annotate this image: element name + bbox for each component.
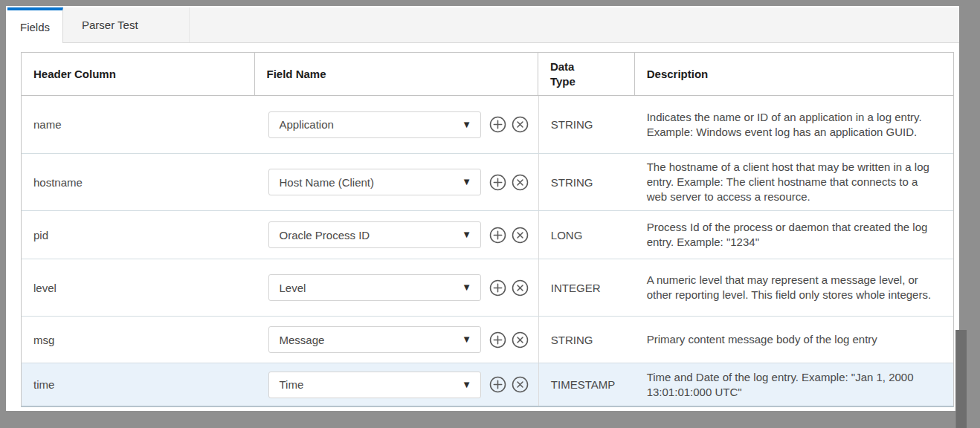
header-column-cell: name	[22, 96, 255, 153]
field-name-header: Field Name	[255, 53, 538, 95]
table-row-pid: pid Oracle Process ID ▼ LONG Process Id …	[22, 210, 953, 259]
caret-down-icon: ▼	[464, 284, 480, 291]
panel-content: Fields Parser Test Header Column Field N…	[6, 6, 959, 411]
field-name-select[interactable]: Oracle Process ID ▼	[268, 221, 481, 248]
add-field-button[interactable]	[489, 173, 507, 192]
x-circle-icon	[511, 279, 529, 297]
header-column-cell: pid	[22, 211, 255, 259]
data-type-cell: STRING	[538, 96, 635, 153]
caret-down-icon: ▼	[464, 121, 480, 129]
field-name-cell: Host Name (Client) ▼	[255, 154, 538, 210]
field-name-cell: Application ▼	[255, 96, 538, 153]
x-circle-icon	[511, 331, 529, 349]
plus-circle-icon	[489, 375, 507, 394]
description-cell: Indicates the name or ID of an applicati…	[635, 96, 953, 153]
tab-fields[interactable]: Fields	[7, 7, 63, 43]
plus-circle-icon	[489, 279, 507, 297]
x-circle-icon	[511, 226, 529, 244]
description-cell: Primary content message body of the log …	[635, 317, 953, 363]
plus-circle-icon	[489, 173, 507, 192]
remove-field-button[interactable]	[511, 375, 529, 394]
header-column-header: Header Column	[22, 53, 255, 95]
table-row-time: time Time ▼ TIMESTAMP Time and Date of t…	[22, 363, 953, 406]
field-name-cell: Oracle Process ID ▼	[255, 211, 538, 259]
remove-field-button[interactable]	[511, 279, 529, 297]
data-type-header: Data Type	[538, 53, 635, 95]
data-type-cell: INTEGER	[538, 259, 635, 316]
field-name-select[interactable]: Message ▼	[268, 326, 481, 353]
table-row-name: name Application ▼ STRING Indicates the …	[22, 96, 953, 153]
add-field-button[interactable]	[489, 331, 507, 349]
field-name-select[interactable]: Application ▼	[268, 111, 481, 138]
remove-field-button[interactable]	[511, 115, 529, 134]
add-field-button[interactable]	[489, 279, 507, 297]
header-column-cell: hostname	[22, 154, 255, 210]
fields-table: Header Column Field Name Data Type Descr…	[21, 52, 954, 407]
caret-down-icon: ▼	[464, 231, 480, 239]
plus-circle-icon	[489, 226, 507, 244]
description-cell: A numeric level that may represent a mes…	[635, 259, 953, 316]
add-field-button[interactable]	[489, 375, 507, 394]
field-name-cell: Level ▼	[255, 259, 538, 316]
x-circle-icon	[511, 173, 529, 192]
remove-field-button[interactable]	[511, 173, 529, 192]
add-field-button[interactable]	[489, 226, 507, 244]
scrollbar-thumb[interactable]	[955, 330, 967, 428]
x-circle-icon	[511, 115, 529, 134]
table-row-level: level Level ▼ INTEGER A numeric level th…	[22, 259, 953, 316]
data-type-cell: STRING	[538, 154, 635, 210]
caret-down-icon: ▼	[464, 336, 480, 343]
header-column-cell: time	[22, 363, 255, 406]
plus-circle-icon	[489, 331, 507, 349]
remove-field-button[interactable]	[511, 226, 529, 244]
tab-parser-test-label: Parser Test	[82, 19, 138, 31]
field-name-select[interactable]: Level ▼	[268, 274, 481, 301]
field-name-select[interactable]: Host Name (Client) ▼	[268, 169, 481, 195]
tab-fields-label: Fields	[20, 21, 50, 33]
header-column-cell: level	[22, 259, 255, 316]
remove-field-button[interactable]	[511, 331, 529, 349]
tab-parser-test[interactable]: Parser Test	[63, 7, 190, 42]
page-frame: { "tabs": [ { "label": "Fields", "active…	[0, 0, 980, 428]
header-column-cell: msg	[22, 317, 255, 363]
description-cell: Time and Date of the log entry. Example:…	[635, 363, 953, 406]
tab-bar: Fields Parser Test	[7, 7, 959, 43]
add-field-button[interactable]	[489, 115, 507, 134]
field-name-cell: Time ▼	[255, 363, 538, 406]
description-header: Description	[635, 53, 953, 95]
caret-down-icon: ▼	[464, 178, 480, 186]
data-type-cell: STRING	[538, 317, 635, 363]
x-circle-icon	[511, 375, 529, 394]
plus-circle-icon	[489, 115, 507, 134]
data-type-cell: TIMESTAMP	[538, 363, 635, 406]
field-name-select[interactable]: Time ▼	[268, 372, 481, 398]
field-name-cell: Message ▼	[255, 317, 538, 363]
table-row-hostname: hostname Host Name (Client) ▼ STRING The…	[22, 153, 953, 210]
description-cell: Process Id of the process or daemon that…	[635, 211, 953, 259]
table-row-msg: msg Message ▼ STRING Primary content mes…	[22, 316, 953, 363]
data-type-cell: LONG	[538, 211, 635, 259]
caret-down-icon: ▼	[464, 381, 480, 389]
description-cell: The hostname of a client host that may b…	[635, 154, 953, 210]
table-header-row: Header Column Field Name Data Type Descr…	[22, 53, 953, 96]
